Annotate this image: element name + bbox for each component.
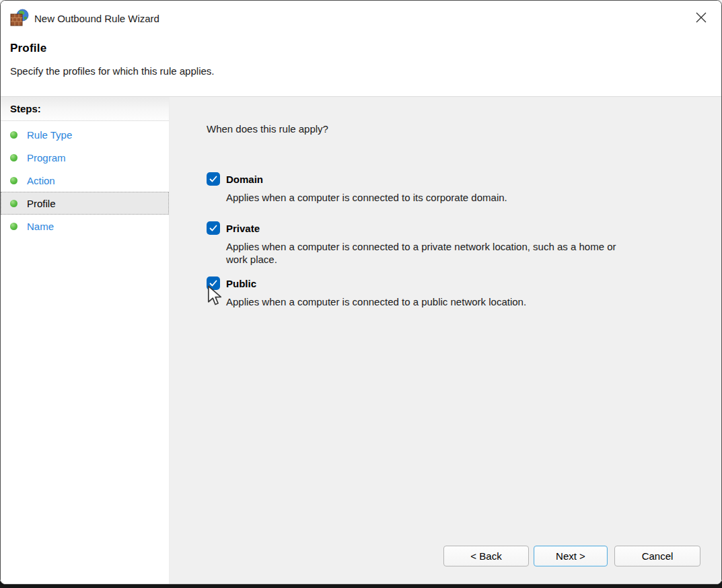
question-text: When does this rule apply? (207, 123, 701, 135)
wizard-window: New Outbound Rule Wizard Profile Specify… (0, 0, 722, 585)
option-domain: Domain Applies when a computer is connec… (207, 172, 701, 204)
wizard-content: When does this rule apply? Domain Applie… (170, 97, 721, 585)
page-header: Profile Specify the profiles for which t… (1, 36, 721, 97)
private-checkbox[interactable] (207, 221, 220, 235)
sidebar-item-rule-type[interactable]: Rule Type (1, 123, 169, 146)
sidebar-item-action[interactable]: Action (1, 169, 169, 192)
step-label: Rule Type (27, 129, 72, 141)
green-sphere-icon (10, 200, 17, 207)
public-description: Applies when a computer is connected to … (226, 295, 637, 308)
steps-list: Rule Type Program Action Profile Name (1, 121, 169, 237)
back-button[interactable]: < Back (443, 546, 529, 566)
steps-sidebar: Steps: Rule Type Program Action Profile (1, 97, 170, 585)
close-icon (695, 11, 707, 24)
public-label[interactable]: Public (226, 278, 256, 289)
step-label: Name (27, 221, 54, 232)
green-sphere-icon (10, 131, 17, 139)
green-sphere-icon (10, 154, 17, 161)
step-label: Action (27, 175, 55, 186)
domain-checkbox[interactable] (207, 172, 220, 186)
page-subtitle: Specify the profiles for which this rule… (10, 65, 712, 77)
public-checkbox[interactable] (207, 277, 220, 290)
checkmark-icon (209, 174, 218, 184)
checkmark-icon (209, 279, 218, 288)
option-private: Private Applies when a computer is conne… (207, 221, 701, 266)
sidebar-item-name[interactable]: Name (1, 215, 169, 237)
option-public: Public Applies when a computer is connec… (207, 277, 701, 308)
step-label: Profile (27, 198, 56, 209)
checkmark-icon (209, 223, 218, 233)
sidebar-item-program[interactable]: Program (1, 146, 169, 169)
green-sphere-icon (10, 177, 17, 184)
wizard-footer: < Back Next > Cancel (443, 546, 700, 566)
close-button[interactable] (686, 5, 716, 30)
title-bar: New Outbound Rule Wizard (1, 1, 721, 36)
domain-label[interactable]: Domain (226, 174, 263, 185)
private-label[interactable]: Private (226, 223, 260, 234)
green-sphere-icon (10, 223, 17, 230)
steps-heading: Steps: (1, 97, 169, 121)
cancel-button[interactable]: Cancel (614, 546, 700, 566)
page-title: Profile (10, 42, 712, 55)
firewall-globe-icon (10, 9, 29, 28)
domain-description: Applies when a computer is connected to … (226, 191, 637, 204)
next-button[interactable]: Next > (534, 546, 608, 566)
step-label: Program (27, 152, 66, 163)
window-title: New Outbound Rule Wizard (34, 13, 159, 24)
private-description: Applies when a computer is connected to … (226, 240, 637, 266)
sidebar-item-profile[interactable]: Profile (1, 192, 169, 215)
